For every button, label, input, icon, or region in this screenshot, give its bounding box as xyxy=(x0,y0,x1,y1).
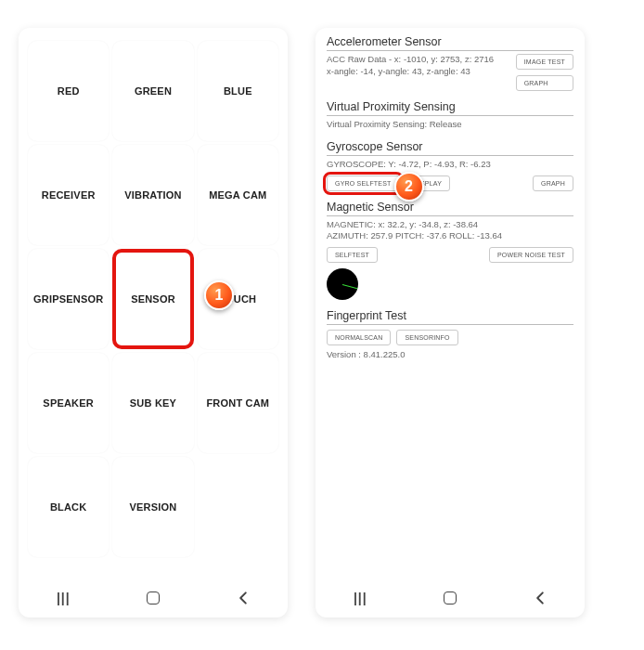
tile-label: VIBRATION xyxy=(124,189,181,201)
section-title: Fingerprint Test xyxy=(327,309,573,325)
tile-front-cam[interactable]: FRONT CAM xyxy=(198,353,278,453)
tile-vibration[interactable]: VIBRATION xyxy=(112,145,193,245)
nav-back-icon[interactable] xyxy=(531,589,549,607)
tile-label: MEGA CAM xyxy=(209,189,266,201)
tile-label: SUB KEY xyxy=(130,397,176,409)
tile-red[interactable]: RED xyxy=(28,41,109,141)
section-title: Magnetic Sensor xyxy=(327,201,573,216)
android-navbar: ||| xyxy=(316,578,585,618)
tile-label: GRIPSENSOR xyxy=(33,293,103,305)
nav-back-icon[interactable] xyxy=(234,589,252,607)
tile-label: VERSION xyxy=(130,501,177,513)
tile-label: GREEN xyxy=(135,85,172,97)
tile-gripsensor[interactable]: GRIPSENSOR xyxy=(28,249,109,349)
tile-blue[interactable]: BLUE xyxy=(198,41,278,141)
mag-powernoise-button[interactable]: POWER NOISE TEST xyxy=(489,247,573,263)
nav-home-icon[interactable] xyxy=(441,589,459,607)
tile-label: RECEIVER xyxy=(42,189,96,201)
nav-home-icon[interactable] xyxy=(144,589,162,607)
tile-sub-key[interactable]: SUB KEY xyxy=(112,353,193,453)
tile-label: RED xyxy=(58,85,80,97)
tile-mega-cam[interactable]: MEGA CAM xyxy=(198,145,278,245)
section-title: Accelerometer Sensor xyxy=(327,35,573,51)
tile-label: BLUE xyxy=(224,85,252,97)
fp-version-line: Version : 8.41.225.0 xyxy=(327,349,573,361)
fingerprint-section: Fingerprint Test NORMALSCAN SENSORINFO V… xyxy=(327,309,573,361)
magnetic-section: Magnetic Sensor MAGNETIC: x: 32.2, y: -3… xyxy=(327,201,573,301)
tile-label: FRONT CAM xyxy=(206,397,269,409)
mag-button-row: SELFTEST POWER NOISE TEST xyxy=(327,247,573,263)
vps-section: Virtual Proximity Sensing Virtual Proxim… xyxy=(327,100,573,131)
mag-selftest-button[interactable]: SELFTEST xyxy=(327,247,378,263)
sensor-test-page: Accelerometer Sensor ACC Raw Data - x: -… xyxy=(316,28,585,578)
tile-label: SPEAKER xyxy=(43,397,94,409)
tile-label: SENSOR xyxy=(131,293,175,305)
accel-raw-line: ACC Raw Data - x: -1010, y: 2753, z: 271… xyxy=(327,54,510,66)
gyro-selftest-highlight xyxy=(323,172,404,195)
stage: REDGREENBLUERECEIVERVIBRATIONMEGA CAMGRI… xyxy=(0,0,644,650)
phone-left: REDGREENBLUERECEIVERVIBRATIONMEGA CAMGRI… xyxy=(19,28,288,618)
section-body: ACC Raw Data - x: -1010, y: 2753, z: 271… xyxy=(327,54,510,78)
callout-badge-2: 2 xyxy=(394,172,424,202)
gyro-graph-button[interactable]: GRAPH xyxy=(533,176,573,191)
nav-recent-icon[interactable]: ||| xyxy=(54,589,72,607)
tile-receiver[interactable]: RECEIVER xyxy=(28,145,109,245)
tile-black[interactable]: BLACK xyxy=(28,457,109,557)
gyro-values-line: GYROSCOPE: Y: -4.72, P: -4.93, R: -6.23 xyxy=(327,159,573,171)
tile-sensor[interactable]: SENSOR xyxy=(112,249,193,349)
fp-normalscan-button[interactable]: NORMALSCAN xyxy=(327,330,391,345)
tile-version[interactable]: VERSION xyxy=(112,457,193,557)
section-title: Gyroscope Sensor xyxy=(327,140,573,156)
graph-button[interactable]: GRAPH xyxy=(516,75,573,91)
vps-status-line: Virtual Proximity Sensing: Release xyxy=(327,119,573,131)
section-body: MAGNETIC: x: 32.2, y: -34.8, z: -38.64 A… xyxy=(327,219,573,243)
nav-recent-icon[interactable]: ||| xyxy=(351,589,369,607)
mag-orient-line: AZIMUTH: 257.9 PITCH: -37.6 ROLL: -13.64 xyxy=(327,230,573,242)
callout-badge-1: 1 xyxy=(204,280,234,310)
accelerometer-section: Accelerometer Sensor ACC Raw Data - x: -… xyxy=(327,35,573,91)
image-test-button[interactable]: IMAGE TEST xyxy=(516,54,573,70)
magnetic-compass-icon xyxy=(327,268,358,300)
phone-right: Accelerometer Sensor ACC Raw Data - x: -… xyxy=(316,28,585,618)
mag-xyz-line: MAGNETIC: x: 32.2, y: -34.8, z: -38.64 xyxy=(327,219,573,231)
hwmodule-grid-area: REDGREENBLUERECEIVERVIBRATIONMEGA CAMGRI… xyxy=(19,28,288,578)
tile-speaker[interactable]: SPEAKER xyxy=(28,353,109,453)
tile-label: BLACK xyxy=(50,501,87,513)
accel-angle-line: x-angle: -14, y-angle: 43, z-angle: 43 xyxy=(327,66,510,78)
android-navbar: ||| xyxy=(19,578,288,618)
tile-green[interactable]: GREEN xyxy=(112,41,193,141)
fp-button-row: NORMALSCAN SENSORINFO xyxy=(327,330,573,345)
hwmodule-grid: REDGREENBLUERECEIVERVIBRATIONMEGA CAMGRI… xyxy=(28,41,278,557)
fp-sensorinfo-button[interactable]: SENSORINFO xyxy=(396,330,457,345)
section-title: Virtual Proximity Sensing xyxy=(327,100,573,116)
